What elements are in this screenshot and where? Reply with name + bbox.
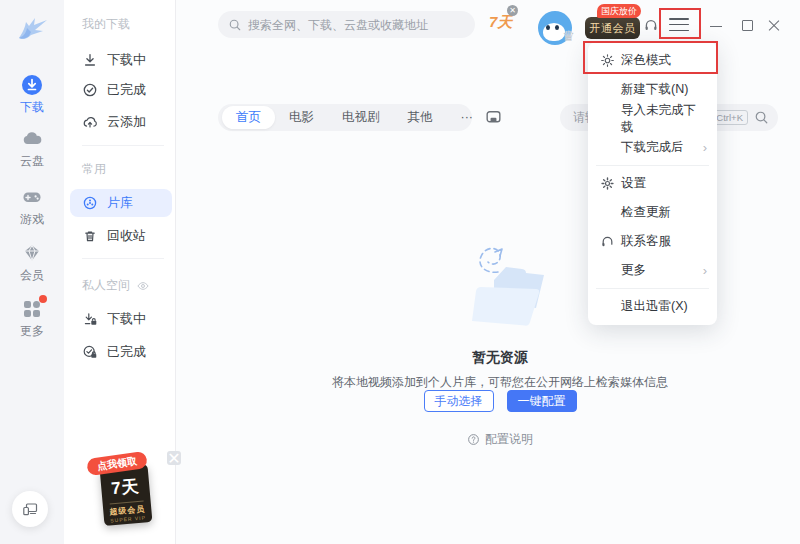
chevron-right-icon: › [703,140,707,155]
open-vip-button[interactable]: 开通会员 [585,17,640,39]
setup-help-link[interactable]: 配置说明 [300,431,700,448]
divider [82,258,164,259]
sidebar-item-label: 下载中 [107,310,146,328]
check-lock-icon [82,344,98,360]
search-icon [754,110,769,125]
cloud-upload-icon [82,114,98,130]
sidebar-item-private-downloading[interactable]: 下载中 [70,305,172,333]
menu-item-new-download[interactable]: 新建下载(N) [588,75,717,104]
gem-icon [21,242,43,264]
minimize-button[interactable] [707,17,725,35]
menu-item-label: 深色模式 [621,52,707,69]
rail-item-label: 下载 [0,99,64,116]
eye-icon[interactable] [136,279,150,293]
headset-support-icon[interactable] [643,17,659,33]
trial-close-icon[interactable]: ✕ [507,5,518,16]
notification-dot [39,295,47,303]
global-search[interactable] [218,11,475,38]
rail-item-games[interactable]: 游戏 [0,186,64,228]
left-rail: 下载 云盘 游戏 会员 更多 [0,0,64,544]
sidebar-item-label: 已完成 [107,81,146,99]
trial-days-badge[interactable]: 7天 [489,13,512,32]
menu-item-label: 导入未完成下载 [621,102,707,136]
menu-item-label: 下载完成后 [621,139,703,156]
main-dropdown-menu: 深色模式 新建下载(N) 导入未完成下载 下载完成后 › 设置 检查更新 联系客… [588,42,717,325]
maximize-button[interactable] [739,17,757,35]
section-title-my-downloads: 我的下载 [82,16,130,33]
close-button[interactable] [765,17,783,35]
download-circle-icon [21,74,43,96]
film-reel-icon [82,195,98,211]
device-transfer-button[interactable] [12,491,48,527]
rail-item-cloud-drive[interactable]: 云盘 [0,128,64,170]
sidebar-item-recycle-bin[interactable]: 回收站 [70,222,172,250]
manual-select-button[interactable]: 手动选择 [424,390,494,412]
rail-item-more[interactable]: 更多 [0,298,64,340]
menu-item-contact-support[interactable]: 联系客服 [588,227,717,256]
rail-item-label: 云盘 [0,153,64,170]
grid-more-icon [21,298,43,320]
menu-item-label: 更多 [621,262,703,279]
avatar-decoration-icon: ♛ [560,28,577,45]
rail-item-label: 会员 [0,267,64,284]
menu-item-exit[interactable]: 退出迅雷(X) [588,292,717,321]
sidebar-item-label: 已完成 [107,343,146,361]
download-icon [82,52,98,68]
sun-icon [600,53,615,68]
check-circle-icon [82,82,98,98]
tab-home[interactable]: 首页 [222,106,275,129]
menu-item-more[interactable]: 更多 › [588,256,717,285]
xunlei-window: 下载 云盘 游戏 会员 更多 [0,0,800,544]
phone-monitor-icon [21,500,39,518]
menu-item-settings[interactable]: 设置 [588,169,717,198]
menu-item-label: 新建下载(N) [621,81,707,98]
rail-item-download[interactable]: 下载 [0,74,64,116]
menu-item-label: 检查更新 [621,204,707,221]
tab-tv-series[interactable]: 电视剧 [328,106,394,129]
sidebar-item-downloading[interactable]: 下载中 [70,46,172,74]
main-menu-button[interactable] [669,18,689,32]
setup-help-label: 配置说明 [485,431,533,448]
menu-item-label: 设置 [621,175,707,192]
menu-item-check-update[interactable]: 检查更新 [588,198,717,227]
menu-item-label: 联系客服 [621,233,707,250]
one-click-setup-button[interactable]: 一键配置 [507,390,577,412]
gear-icon [600,176,615,191]
empty-state-description: 将本地视频添加到个人片库，可帮您在公开网络上检索媒体信息 [200,374,800,391]
sidebar-item-label: 下载中 [107,51,146,69]
rail-item-vip[interactable]: 会员 [0,242,64,284]
divider [82,145,164,146]
tab-movies[interactable]: 电影 [275,106,328,129]
vip-promo-badge: 国庆放价 [597,4,641,18]
search-input[interactable] [248,18,448,32]
sidebar-item-film-library[interactable]: 片库 [70,189,172,217]
headset-icon [600,234,615,249]
xunlei-logo-icon [13,12,51,48]
screening-room-button[interactable] [481,105,506,130]
tab-other[interactable]: 其他 [394,106,447,129]
section-title-private-space: 私人空间 [82,277,150,294]
video-window-icon [484,108,503,127]
empty-folder-illustration [448,236,568,336]
sidebar-item-label: 云添加 [107,113,146,131]
category-tabs: 首页 电影 电视剧 其他 ··· [218,104,472,131]
download-lock-icon [82,311,98,327]
ad-close-icon[interactable]: ✕ [167,451,181,465]
sidebar-item-label: 片库 [107,194,133,212]
cloud-icon [21,128,43,150]
section-title-common: 常用 [82,161,106,178]
sidebar-item-cloud-add[interactable]: 云添加 [70,108,172,136]
menu-item-dark-mode[interactable]: 深色模式 [588,46,717,75]
sidebar-item-completed[interactable]: 已完成 [70,76,172,104]
rail-item-label: 更多 [0,323,64,340]
menu-item-label: 退出迅雷(X) [621,298,707,315]
menu-item-after-download[interactable]: 下载完成后 › [588,133,717,162]
chevron-right-icon: › [703,263,707,278]
search-icon [228,18,242,32]
gamepad-icon [21,186,43,208]
menu-item-import-unfinished[interactable]: 导入未完成下载 [588,104,717,133]
sidebar-item-private-completed[interactable]: 已完成 [70,338,172,366]
trash-icon [82,228,98,244]
sidebar-item-label: 回收站 [107,227,146,245]
ad-days-label: 7天 [100,474,150,501]
